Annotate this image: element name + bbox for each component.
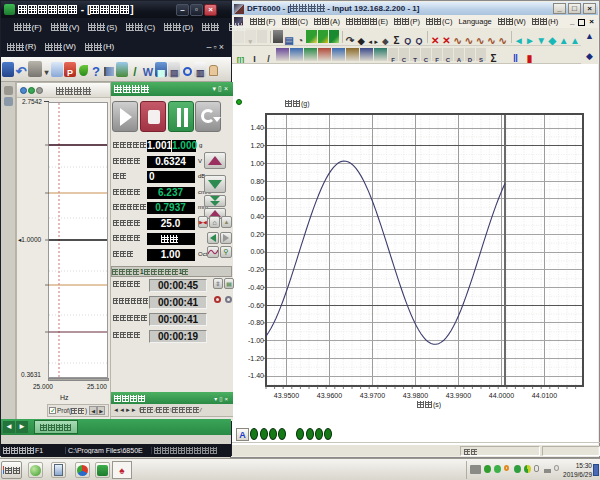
svg-text:-0.40: -0.40 [248,284,264,291]
svg-text:-0.20: -0.20 [248,266,264,273]
svg-text:0.40: 0.40 [250,213,264,220]
svg-text:-1.00: -1.00 [248,337,264,344]
svg-text:1.00: 1.00 [250,160,264,167]
svg-text:0.00: 0.00 [250,248,264,255]
svg-text:44.0100: 44.0100 [532,392,557,399]
svg-text:-1.20: -1.20 [248,355,264,362]
svg-text:0.20: 0.20 [250,231,264,238]
svg-text:-1.40: -1.40 [248,372,264,379]
svg-text:43.9900: 43.9900 [446,392,471,399]
svg-text:43.9700: 43.9700 [360,392,385,399]
svg-text:43.9600: 43.9600 [317,392,342,399]
svg-text:0.60: 0.60 [250,195,264,202]
svg-text:1.40: 1.40 [250,124,264,131]
svg-text:43.9500: 43.9500 [274,392,299,399]
svg-text:1.20: 1.20 [250,142,264,149]
svg-text:43.9800: 43.9800 [403,392,428,399]
svg-text:44.0000: 44.0000 [489,392,514,399]
svg-text:0.80: 0.80 [250,178,264,185]
svg-text:-0.60: -0.60 [248,302,264,309]
svg-text:-0.80: -0.80 [248,319,264,326]
